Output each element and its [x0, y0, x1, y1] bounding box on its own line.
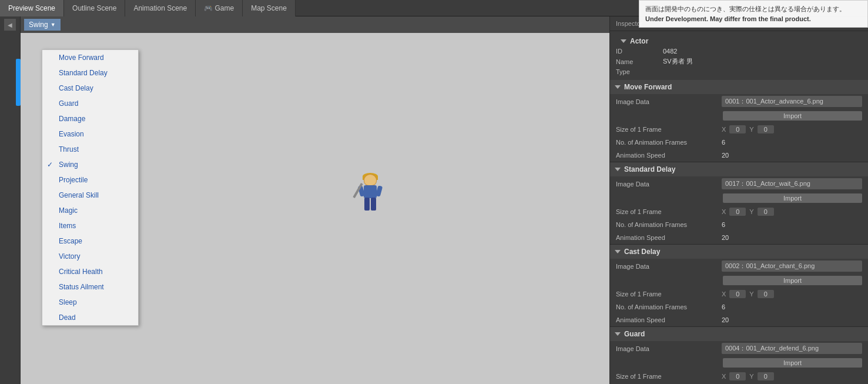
warning-text-en: Under Development. May differ from the f… — [645, 16, 862, 24]
prop-row-anim-speed-1: Animation Speed 20 — [610, 231, 868, 244]
dropdown-item-swing[interactable]: ✓ Swing — [42, 157, 138, 172]
x-val-2: 0 — [729, 290, 746, 298]
tab-game[interactable]: 🎮 Game — [196, 0, 243, 16]
dropdown-item-thrust[interactable]: Thrust — [42, 142, 138, 157]
actor-name-value: SV勇者 男 — [663, 57, 693, 66]
import-btn-3[interactable]: Import — [723, 358, 862, 368]
actor-section-header[interactable]: Actor — [616, 35, 862, 46]
dropdown-item-label: Cast Delay — [59, 83, 93, 94]
y-val-0: 0 — [758, 125, 774, 133]
dropdown-item-magic[interactable]: Magic — [42, 203, 138, 218]
prop-row-anim-speed-0: Animation Speed 20 — [610, 149, 868, 162]
dropdown-item-label: Magic — [59, 205, 78, 216]
prop-label-image-data-1: Image Data — [616, 181, 722, 188]
prop-row-anim-speed-2: Animation Speed 20 — [610, 313, 868, 326]
left-collapse-btn[interactable]: ◀ — [4, 19, 16, 31]
dropdown-item-escape[interactable]: Escape — [42, 233, 138, 249]
dropdown-item-projectile[interactable]: Projectile — [42, 172, 138, 188]
dropdown-item-cast-delay[interactable]: Cast Delay — [42, 81, 138, 96]
sprite-body — [356, 174, 385, 221]
dropdown-item-status-ailment[interactable]: Status Ailment — [42, 279, 138, 295]
prop-label-anim-frames-1: No. of Animation Frames — [616, 221, 722, 228]
prop-label-size-3: Size of 1 Frame — [616, 373, 722, 380]
xyz-row-3: X 0 Y 0 — [722, 372, 774, 380]
triangle-icon-cast-delay — [615, 250, 621, 253]
dropdown-item-critical-health[interactable]: Critical Health — [42, 264, 138, 279]
section-guard: Guard Image Data 0004：001_Actor_defend_6… — [610, 327, 868, 384]
dropdown-item-label: Critical Health — [59, 266, 103, 277]
prop-value-anim-frames-1: 6 — [722, 221, 862, 228]
import-btn-0[interactable]: Import — [723, 111, 862, 121]
triangle-icon-standard-delay — [615, 168, 621, 171]
import-btn-2[interactable]: Import — [723, 276, 862, 285]
section-label-guard: Guard — [624, 330, 645, 338]
dropdown-item-move-forward[interactable]: Move Forward — [42, 50, 138, 65]
section-header-cast-delay[interactable]: Cast Delay — [610, 245, 868, 259]
y-label-3: Y — [749, 373, 753, 380]
warning-banner: 画面は開発中のものにつき、実際の仕様とは異なる場合があります。 Under De… — [639, 16, 868, 28]
dropdown-arrow-icon: ▼ — [51, 22, 56, 28]
triangle-icon-guard — [615, 332, 621, 336]
dropdown-item-label: Damage — [59, 113, 85, 124]
dropdown-item-items[interactable]: Items — [42, 218, 138, 233]
dropdown-item-sleep[interactable]: Sleep — [42, 295, 138, 310]
sprite-character — [356, 174, 385, 221]
section-header-move-forward[interactable]: Move Forward — [610, 80, 868, 94]
triangle-icon-move-forward — [615, 85, 621, 89]
x-label-0: X — [722, 126, 726, 133]
prop-row-size-3: Size of 1 Frame X 0 Y 0 — [610, 370, 868, 383]
dropdown-item-damage[interactable]: Damage — [42, 111, 138, 126]
prop-row-image-data-1: Image Data 0017：001_Actor_wait_6.png — [610, 176, 868, 191]
prop-row-image-data-3: Image Data 0004：001_Actor_defend_6.png — [610, 341, 868, 356]
dropdown-item-dead[interactable]: Dead — [42, 310, 138, 325]
prop-row-image-data-2: Image Data 0002：001_Actor_chant_6.png — [610, 259, 868, 273]
actor-id-label: ID — [616, 48, 663, 55]
section-header-guard[interactable]: Guard — [610, 327, 868, 341]
x-val-1: 0 — [729, 208, 746, 216]
tab-map-scene[interactable]: Map Scene — [243, 0, 296, 16]
sprite-leg-right — [371, 198, 376, 211]
dropdown-item-evasion[interactable]: Evasion — [42, 126, 138, 142]
prop-label-size-1: Size of 1 Frame — [616, 208, 722, 215]
dropdown-item-label: Evasion — [59, 129, 84, 139]
actor-name-label: Name — [616, 58, 663, 65]
y-label-2: Y — [749, 290, 753, 298]
import-btn-1[interactable]: Import — [723, 193, 862, 203]
section-cast-delay: Cast Delay Image Data 0002：001_Actor_cha… — [610, 245, 868, 327]
import-row-3: Import — [610, 356, 868, 370]
section-header-standard-delay[interactable]: Standard Delay — [610, 162, 868, 176]
xyz-row-2: X 0 Y 0 — [722, 290, 774, 298]
prop-value-image-data-1: 0017：001_Actor_wait_6.png — [722, 178, 862, 189]
prop-label-size-2: Size of 1 Frame — [616, 290, 722, 298]
dropdown-item-general-skill[interactable]: General Skill — [42, 188, 138, 203]
prop-value-image-data-2: 0002：001_Actor_chant_6.png — [722, 261, 862, 272]
dropdown-item-guard[interactable]: Guard — [42, 96, 138, 111]
animation-type-dropdown[interactable]: Swing ▼ — [24, 19, 61, 31]
actor-id-value: 0482 — [663, 48, 677, 55]
y-label-1: Y — [749, 208, 753, 215]
tab-animation-scene[interactable]: Animation Scene — [125, 0, 196, 16]
dropdown-item-label: Guard — [59, 98, 78, 109]
y-val-1: 0 — [758, 208, 774, 216]
x-val-3: 0 — [729, 372, 746, 380]
actor-label: Actor — [630, 37, 648, 45]
dropdown-item-label: Swing — [59, 159, 78, 170]
prop-row-size-2: Size of 1 Frame X 0 Y 0 — [610, 288, 868, 300]
prop-value-anim-speed-0: 20 — [722, 152, 862, 159]
prop-value-anim-speed-2: 20 — [722, 316, 862, 323]
tab-outline-scene[interactable]: Outline Scene — [64, 0, 125, 16]
prop-label-anim-speed-0: Animation Speed — [616, 152, 722, 159]
dropdown-item-label: Sleep — [59, 297, 77, 308]
prop-label-image-data-2: Image Data — [616, 263, 722, 270]
dropdown-item-standard-delay[interactable]: Standard Delay — [42, 65, 138, 81]
dropdown-item-label: Thrust — [59, 144, 79, 155]
y-label-0: Y — [749, 126, 753, 133]
prop-row-anim-frames-2: No. of Animation Frames 6 — [610, 300, 868, 313]
prop-label-anim-frames-0: No. of Animation Frames — [616, 139, 722, 146]
xyz-row-0: X 0 Y 0 — [722, 125, 774, 133]
import-row-0: Import — [610, 109, 868, 123]
left-panel: ◀ — [0, 16, 21, 384]
tab-preview-scene[interactable]: Preview Scene — [0, 0, 64, 16]
dropdown-item-victory[interactable]: Victory — [42, 249, 138, 264]
prop-label-image-data-3: Image Data — [616, 345, 722, 352]
